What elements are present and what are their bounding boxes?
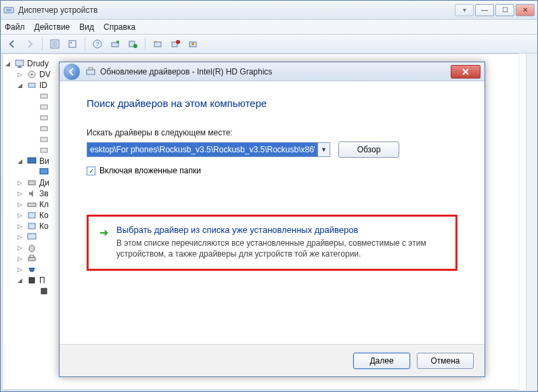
device-manager-window: Диспетчер устройств ▾ — ☐ ✕ Файл Действи…	[0, 0, 538, 392]
svg-point-13	[133, 44, 137, 48]
svg-point-22	[31, 74, 33, 76]
tree-root-label: Drudy	[27, 59, 49, 68]
svg-rect-32	[28, 181, 35, 185]
close-button[interactable]: ✕	[516, 4, 535, 16]
dialog-back-button[interactable]	[64, 64, 80, 80]
expand-icon[interactable]: ▷	[18, 266, 24, 273]
details-icon[interactable]	[47, 37, 62, 51]
minimize-button[interactable]: —	[475, 4, 494, 16]
display-icon	[27, 156, 37, 166]
maximize-button[interactable]: ☐	[495, 4, 514, 16]
menu-action[interactable]: Действие	[35, 22, 70, 32]
tree-item-label: Зв	[39, 189, 49, 198]
svg-rect-28	[41, 137, 47, 141]
computer-icon	[27, 211, 37, 220]
svg-rect-29	[41, 148, 47, 152]
option-title: Выбрать драйвер из списка уже установлен…	[116, 225, 445, 235]
close-icon	[462, 68, 470, 75]
dialog-titlebar: Обновление драйверов - Intel(R) HD Graph…	[60, 62, 485, 81]
svg-rect-40	[29, 278, 35, 283]
svg-rect-25	[41, 105, 47, 109]
svg-text:?: ?	[95, 41, 99, 47]
next-button[interactable]: Далее	[353, 353, 410, 369]
svg-rect-7	[70, 42, 72, 43]
cancel-button[interactable]: Отмена	[417, 353, 474, 369]
expand-icon[interactable]: ◢	[18, 158, 24, 165]
back-arrow-icon	[67, 67, 76, 77]
back-arrow-icon[interactable]	[5, 37, 20, 51]
include-subfolders-checkbox[interactable]: ✓	[87, 167, 95, 175]
pin-button[interactable]: ▾	[455, 4, 474, 16]
svg-rect-34	[28, 213, 35, 218]
svg-rect-43	[89, 68, 93, 70]
forward-arrow-icon[interactable]	[22, 37, 37, 51]
svg-rect-31	[40, 169, 48, 174]
ide-icon	[27, 81, 37, 90]
dialog-close-button[interactable]	[451, 65, 480, 79]
tree-item-label: Ко	[39, 211, 49, 220]
help-icon[interactable]: ?	[90, 37, 105, 51]
keyboard-icon	[27, 200, 37, 209]
expand-icon[interactable]: ▷	[18, 234, 24, 240]
printer-icon	[27, 254, 37, 263]
driver-path-combo[interactable]: ▼	[87, 142, 330, 157]
svg-rect-41	[41, 288, 47, 294]
controller-icon	[39, 146, 49, 155]
update-driver-icon[interactable]	[108, 37, 122, 51]
dialog-footer: Далее Отмена	[60, 344, 485, 376]
driver-icon	[85, 66, 96, 77]
svg-rect-36	[28, 234, 36, 239]
disk-icon	[27, 178, 37, 188]
include-subfolders-label: Включая вложенные папки	[99, 166, 201, 175]
svg-rect-38	[28, 257, 35, 261]
dropdown-icon[interactable]: ▼	[317, 143, 330, 156]
cpu-icon	[39, 286, 49, 296]
uninstall-icon[interactable]	[125, 37, 140, 51]
scan-hardware-icon[interactable]	[150, 37, 165, 51]
expand-icon[interactable]: ▷	[18, 201, 24, 208]
enable-icon[interactable]	[185, 37, 200, 51]
svg-rect-23	[28, 83, 35, 87]
option-description: В этом списке перечисляются все установл…	[116, 238, 445, 259]
display-adapter-icon	[39, 167, 49, 177]
svg-rect-42	[87, 70, 95, 74]
menu-file[interactable]: Файл	[5, 22, 25, 32]
port-icon	[27, 265, 37, 274]
tree-item-label: Ди	[39, 178, 49, 188]
svg-rect-27	[41, 127, 47, 131]
menu-help[interactable]: Справка	[104, 22, 135, 32]
browse-button[interactable]: Обзор	[338, 141, 399, 158]
titlebar: Диспетчер устройств ▾ — ☐ ✕	[1, 1, 537, 20]
svg-rect-1	[6, 9, 12, 12]
expand-icon[interactable]: ◢	[18, 82, 24, 89]
expand-icon[interactable]: ◢	[5, 60, 12, 67]
svg-point-18	[192, 43, 194, 45]
dialog-title: Обновление драйверов - Intel(R) HD Graph…	[100, 67, 451, 77]
controller-icon	[39, 91, 49, 101]
svg-rect-24	[41, 94, 47, 98]
dvd-icon	[27, 70, 37, 79]
expand-icon[interactable]: ▷	[18, 212, 24, 219]
svg-point-16	[176, 40, 180, 44]
expand-icon[interactable]: ▷	[18, 223, 24, 230]
window-title: Диспетчер устройств	[18, 5, 455, 15]
vertical-scrollbar[interactable]	[526, 53, 537, 390]
disable-icon[interactable]	[168, 37, 183, 51]
controller-icon	[39, 102, 49, 112]
update-driver-dialog: Обновление драйверов - Intel(R) HD Graph…	[59, 62, 485, 377]
svg-rect-14	[154, 42, 161, 47]
expand-icon[interactable]: ▷	[18, 190, 24, 197]
expand-icon[interactable]: ▷	[18, 179, 24, 186]
svg-rect-35	[28, 223, 35, 229]
tree-item-label: Ви	[39, 156, 49, 166]
expand-icon[interactable]: ◢	[18, 277, 24, 284]
expand-icon[interactable]: ▷	[18, 71, 24, 78]
driver-path-input[interactable]	[87, 143, 317, 156]
properties-icon[interactable]	[65, 37, 80, 51]
expand-icon[interactable]: ▷	[18, 244, 24, 251]
menu-view[interactable]: Вид	[79, 22, 94, 32]
pick-from-list-option[interactable]: ➔ Выбрать драйвер из списка уже установл…	[87, 215, 457, 271]
usb-icon	[27, 221, 37, 231]
expand-icon[interactable]: ▷	[18, 255, 24, 262]
controller-icon	[39, 113, 49, 123]
